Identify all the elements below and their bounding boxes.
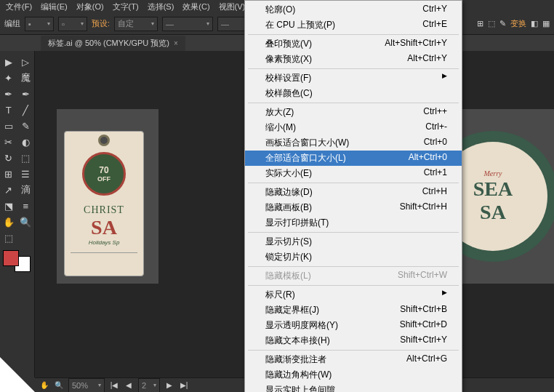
tool-button[interactable]: ☰ (17, 166, 35, 182)
preset-label: 预设: (92, 18, 110, 29)
menu-item[interactable]: 文件(F) (6, 1, 32, 12)
menu-item[interactable]: 选择(S) (148, 1, 174, 12)
menu-item[interactable]: 叠印预览(V)Alt+Shift+Ctrl+Y (245, 36, 462, 52)
tool-button[interactable]: ⬚ (0, 230, 17, 246)
tool-button[interactable] (17, 230, 35, 246)
menu-item: 隐藏模板(L)Shift+Ctrl+W (245, 268, 462, 284)
tool-button[interactable]: ⬚ (17, 150, 35, 166)
separator (248, 103, 459, 103)
transform-link[interactable]: 变换 (510, 18, 526, 29)
menu-item[interactable]: 全部适合窗口大小(L)Alt+Ctrl+0 (245, 151, 462, 166)
tag-text-line2: SA (65, 216, 143, 239)
fill-swatch-dropdown[interactable]: ▪▾ (25, 17, 54, 31)
tool-button[interactable]: ✎ (17, 118, 35, 134)
separator (248, 183, 459, 183)
menu-item[interactable]: 标尺(R)▶ (245, 287, 462, 303)
menu-item[interactable]: 显示实时上色间隙 (245, 383, 462, 392)
icon-button[interactable]: ▦ (542, 19, 550, 28)
tool-button[interactable]: ↗ (0, 182, 17, 198)
tag-text-line3: Holidays Sp (65, 239, 143, 246)
menu-item[interactable]: 显示打印拼贴(T) (245, 215, 462, 231)
tool-button[interactable]: ⬔ (0, 198, 17, 214)
separator (248, 68, 459, 69)
menu-item[interactable]: 放大(Z)Ctrl++ (245, 105, 462, 120)
menu-item[interactable]: 校样颜色(C) (245, 86, 462, 101)
menu-item[interactable]: 显示透明度网格(Y)Shift+Ctrl+D (245, 318, 462, 333)
menu-item[interactable]: 轮廓(O)Ctrl+Y (245, 2, 462, 17)
icon-button[interactable]: ⬚ (488, 19, 495, 28)
separator (248, 34, 459, 35)
tool-button[interactable]: ≡ (17, 198, 35, 214)
prev-artboard-icon[interactable]: ◀ (124, 380, 134, 391)
tool-button[interactable]: ▶ (0, 54, 17, 70)
color-swatch[interactable] (3, 250, 31, 272)
view-menu-dropdown: 轮廓(O)Ctrl+Y在 CPU 上预览(P)Ctrl+E叠印预览(V)Alt+… (244, 0, 462, 392)
discount-badge: 70OFF (82, 152, 126, 196)
tool-button[interactable]: ↻ (0, 150, 17, 166)
menu-item[interactable]: 隐藏画板(B)Shift+Ctrl+H (245, 200, 462, 215)
menu-item[interactable]: 锁定切片(K) (245, 249, 462, 265)
tag-hole (98, 135, 110, 146)
tool-button[interactable]: ✋ (0, 214, 17, 230)
separator (248, 266, 459, 267)
menu-item[interactable]: 隐藏定界框(J)Shift+Ctrl+B (245, 303, 462, 318)
tool-button[interactable]: ▷ (17, 54, 35, 70)
document-tab[interactable]: 标签.ai @ 50% (CMYK/GPU 预览) × (41, 36, 185, 51)
menu-item[interactable]: 对象(O) (76, 1, 104, 12)
menu-item[interactable]: 画板适合窗口大小(W)Ctrl+0 (245, 135, 462, 151)
hang-tag-artwork: 70OFF CHRIST SA Holidays Sp (64, 131, 144, 276)
artboard-nav-dropdown[interactable]: 2▾ (138, 378, 160, 393)
tool-button[interactable]: 滴 (17, 182, 35, 198)
tag-ornament (71, 252, 137, 270)
tool-button[interactable]: ◐ (17, 134, 35, 150)
opt-dropdown-1[interactable]: —▾ (162, 17, 213, 31)
menu-item[interactable]: 编辑(E) (41, 1, 68, 12)
preset-dropdown[interactable]: 自定▾ (114, 17, 158, 31)
tab-title: 标签.ai @ 50% (CMYK/GPU 预览) (48, 38, 169, 49)
page-corner-fold (0, 357, 35, 392)
next-artboard-icon[interactable]: ▶ (164, 380, 174, 391)
tool-button[interactable]: ✒ (17, 86, 35, 102)
hand-tool-icon[interactable]: ✋ (39, 380, 49, 391)
artboard-1: 70OFF CHRIST SA Holidays Sp (57, 109, 158, 284)
tool-button[interactable]: 🔍 (17, 214, 35, 230)
menu-item[interactable]: 隐藏边角构件(W) (245, 367, 462, 383)
menu-item[interactable]: 视图(V) (219, 1, 246, 12)
close-icon[interactable]: × (174, 39, 178, 47)
menu-item[interactable]: 隐藏文本串接(H)Shift+Ctrl+Y (245, 333, 462, 348)
tool-panel: ▶▷✦魔✒✒T╱▭✎✂◐↻⬚⊞☰↗滴⬔≡✋🔍⬚ (0, 51, 35, 377)
separator (248, 350, 459, 351)
last-artboard-icon[interactable]: ▶| (179, 380, 189, 391)
menu-item[interactable]: 隐藏渐变批注者Alt+Ctrl+G (245, 352, 462, 367)
zoom-tool-icon[interactable]: 🔍 (54, 380, 64, 391)
menu-item[interactable]: 文字(T) (113, 1, 139, 12)
fg-swatch[interactable] (3, 250, 19, 266)
tool-button[interactable]: ⊞ (0, 166, 17, 182)
tool-button[interactable]: ✂ (0, 134, 17, 150)
separator (248, 285, 459, 286)
selection-type-label: 编组 (4, 18, 20, 29)
menu-item[interactable]: 显示切片(S) (245, 234, 462, 249)
menu-item[interactable]: 隐藏边缘(D)Ctrl+H (245, 185, 462, 200)
tool-button[interactable]: ✦ (0, 70, 17, 86)
zoom-level-dropdown[interactable]: 50%▾ (68, 378, 105, 393)
menu-item[interactable]: 实际大小(E)Ctrl+1 (245, 166, 462, 181)
tool-button[interactable]: T (0, 102, 17, 118)
menu-item[interactable]: 校样设置(F)▶ (245, 71, 462, 86)
icon-button[interactable]: ✎ (499, 19, 506, 28)
menu-item[interactable]: 像素预览(X)Alt+Ctrl+Y (245, 52, 462, 67)
tool-button[interactable]: ✒ (0, 86, 17, 102)
stroke-swatch-dropdown[interactable]: ▫▾ (58, 17, 87, 31)
tool-button[interactable]: ▭ (0, 118, 17, 134)
first-artboard-icon[interactable]: |◀ (109, 380, 119, 391)
tag-text-line1: CHRIST (65, 204, 143, 216)
menu-item[interactable]: 在 CPU 上预览(P)Ctrl+E (245, 17, 462, 33)
icon-button[interactable]: ⊞ (477, 19, 483, 28)
icon-button[interactable]: ◧ (531, 19, 538, 28)
menu-item[interactable]: 缩小(M)Ctrl+- (245, 120, 462, 135)
separator (248, 232, 459, 233)
menu-item[interactable]: 效果(C) (182, 1, 209, 12)
tool-button[interactable]: ╱ (17, 102, 35, 118)
tool-button[interactable]: 魔 (17, 70, 35, 86)
